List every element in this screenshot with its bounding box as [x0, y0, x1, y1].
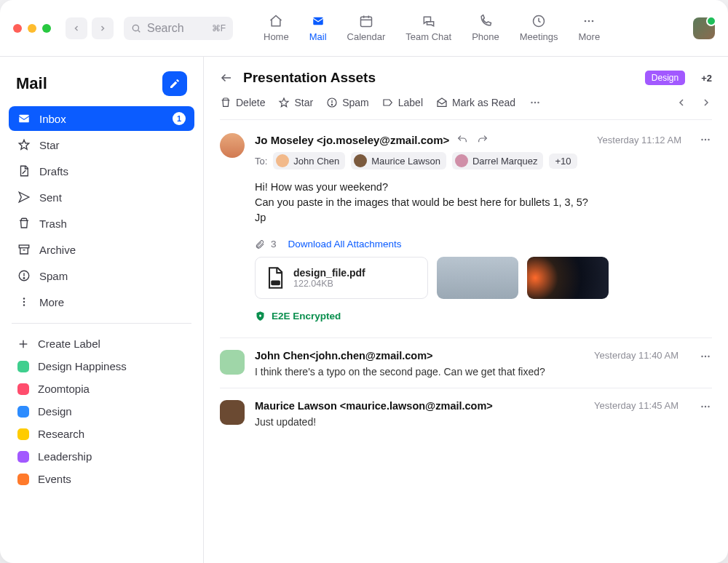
- label-research[interactable]: Research: [9, 423, 194, 445]
- download-all-link[interactable]: Download All Attachments: [288, 239, 402, 249]
- create-label-button[interactable]: Create Label: [9, 332, 194, 355]
- toolbar-more-button[interactable]: [529, 96, 542, 109]
- search-placeholder: Search: [147, 22, 184, 35]
- star-button[interactable]: Star: [278, 97, 313, 108]
- tab-phone[interactable]: Phone: [472, 14, 499, 42]
- forward-button[interactable]: [477, 134, 488, 145]
- reply-time: Yesterday 11:40 AM: [594, 350, 678, 361]
- spam-icon: [17, 269, 31, 282]
- folder-trash[interactable]: Trash: [9, 211, 194, 236]
- history-nav: [66, 17, 114, 39]
- folder-drafts[interactable]: Drafts: [9, 159, 194, 183]
- sender-avatar[interactable]: [220, 133, 245, 158]
- search-shortcut: ⌘F: [212, 23, 226, 33]
- minimize-window-button[interactable]: [28, 24, 36, 33]
- sidebar-divider: [12, 323, 191, 324]
- tab-team-chat[interactable]: Team Chat: [405, 14, 451, 42]
- reply-menu-button[interactable]: [699, 400, 712, 413]
- label-color-icon: [17, 451, 29, 463]
- svg-point-8: [585, 20, 587, 23]
- compose-button[interactable]: [162, 71, 187, 96]
- svg-point-40: [705, 406, 706, 407]
- recipients-line: To: John Chen Maurice Lawson: [255, 152, 712, 169]
- traffic-lights: [13, 24, 51, 33]
- label-design-happiness[interactable]: Design Happiness: [9, 355, 194, 378]
- recipient-chip[interactable]: John Chen: [273, 152, 345, 169]
- tab-meetings[interactable]: Meetings: [520, 14, 558, 42]
- folder-star[interactable]: Star: [9, 132, 194, 157]
- forward-button[interactable]: [92, 17, 114, 39]
- thread-more-tags[interactable]: +2: [701, 73, 712, 84]
- to-label: To:: [255, 156, 267, 167]
- close-window-button[interactable]: [13, 24, 22, 33]
- sidebar: Mail Inbox 1 Star Drafts: [0, 57, 204, 563]
- thread-subject: Presentation Assets: [243, 70, 376, 86]
- attachments-section: 3 Download All Attachments PDF design_fi…: [255, 239, 712, 299]
- content-pane: Presentation Assets Design +2 Delete Sta…: [204, 57, 728, 563]
- svg-point-39: [701, 406, 703, 407]
- recipient-chip[interactable]: Maurice Lawson: [351, 152, 446, 169]
- tab-more[interactable]: More: [579, 14, 601, 42]
- reply-menu-button[interactable]: [699, 350, 712, 363]
- reply-item[interactable]: Maurice Lawson <maurice.lawson@zmail.com…: [220, 388, 712, 438]
- label-leadership[interactable]: Leadership: [9, 445, 194, 468]
- reply-button[interactable]: [456, 134, 468, 145]
- phone-icon: [478, 14, 493, 28]
- attachment-file[interactable]: PDF design_file.pdf 122.04KB: [255, 257, 428, 299]
- message-primary: Jo Moseley <jo.moseley@zmail.com> Yester…: [220, 120, 712, 338]
- spam-button[interactable]: Spam: [326, 97, 369, 108]
- star-icon: [17, 138, 31, 151]
- folder-sent[interactable]: Sent: [9, 185, 194, 209]
- back-button[interactable]: [66, 17, 87, 39]
- svg-point-37: [705, 356, 706, 357]
- attachment-count: 3: [271, 239, 277, 249]
- svg-point-10: [592, 20, 594, 23]
- search-input[interactable]: Search ⌘F: [124, 17, 233, 40]
- svg-point-25: [331, 104, 332, 105]
- attachment-image-1[interactable]: [437, 257, 518, 299]
- svg-point-18: [23, 304, 25, 306]
- clock-icon: [531, 14, 546, 28]
- folder-archive[interactable]: Archive: [9, 237, 194, 262]
- maximize-window-button[interactable]: [42, 24, 51, 33]
- folder-spam[interactable]: Spam: [9, 263, 194, 288]
- svg-rect-3: [360, 17, 371, 26]
- prev-thread-button[interactable]: [676, 97, 687, 108]
- next-thread-button[interactable]: [700, 97, 712, 108]
- archive-icon: [17, 243, 31, 256]
- svg-point-17: [23, 301, 25, 303]
- thread-tag[interactable]: Design: [645, 71, 685, 85]
- recipient-chip[interactable]: Darrel Marquez: [452, 152, 544, 169]
- attachment-image-2[interactable]: [527, 257, 609, 299]
- label-button[interactable]: Label: [382, 97, 423, 108]
- inbox-badge: 1: [173, 112, 186, 125]
- label-design[interactable]: Design: [9, 400, 194, 423]
- tab-mail[interactable]: Mail: [309, 14, 327, 42]
- trash-icon: [17, 217, 31, 230]
- thread-back-button[interactable]: [220, 71, 233, 84]
- tab-home[interactable]: Home: [264, 14, 289, 42]
- profile-avatar[interactable]: [693, 17, 715, 39]
- message-time: Yesterday 11:12 AM: [597, 135, 681, 145]
- message-menu-button[interactable]: [699, 133, 712, 146]
- envelope-open-icon: [436, 97, 448, 108]
- encryption-badge: E2E Encrypted: [255, 311, 712, 322]
- recipients-more-button[interactable]: +10: [549, 153, 577, 169]
- recipient-avatar-icon: [276, 154, 289, 167]
- tab-calendar[interactable]: Calendar: [347, 14, 386, 42]
- delete-button[interactable]: Delete: [220, 97, 265, 108]
- label-events[interactable]: Events: [9, 468, 194, 490]
- mark-read-button[interactable]: Mark as Read: [436, 97, 515, 108]
- label-icon: [382, 97, 394, 108]
- folder-inbox[interactable]: Inbox 1: [9, 106, 194, 131]
- plus-icon: [17, 338, 29, 350]
- recipient-avatar-icon: [354, 154, 367, 167]
- label-zoomtopia[interactable]: Zoomtopia: [9, 378, 194, 400]
- folder-more[interactable]: More: [9, 290, 194, 314]
- sender-name: Jo Moseley <jo.moseley@zmail.com>: [255, 134, 449, 146]
- paperclip-icon: [255, 239, 265, 249]
- reply-item[interactable]: John Chen<john.chen@zmail.com> I think t…: [220, 338, 712, 388]
- svg-point-0: [132, 25, 138, 31]
- sent-icon: [17, 191, 31, 204]
- recipient-avatar-icon: [455, 154, 468, 167]
